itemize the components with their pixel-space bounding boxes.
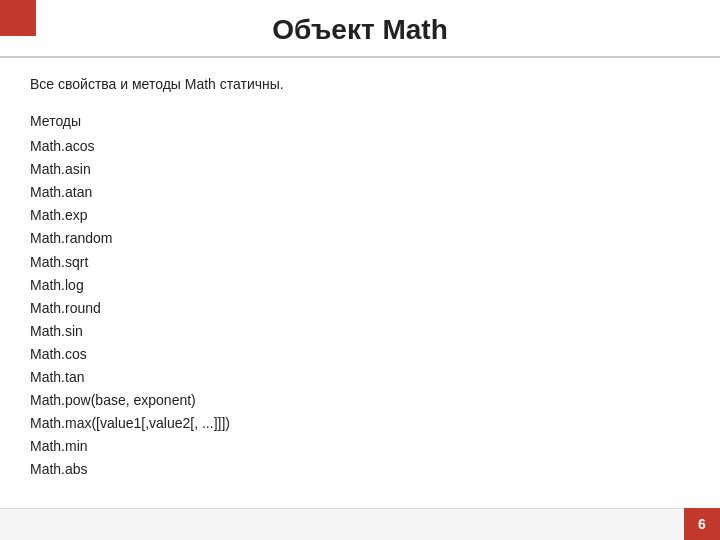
- slide-content: Все свойства и методы Math статичны. Мет…: [0, 58, 720, 540]
- section-header: Методы: [30, 110, 690, 133]
- list-item: Math.acos: [30, 135, 690, 158]
- methods-list: Методы Math.acosMath.asinMath.atanMath.e…: [30, 110, 690, 482]
- list-item: Math.round: [30, 297, 690, 320]
- slide: Объект Math Все свойства и методы Math с…: [0, 0, 720, 540]
- list-item: Math.min: [30, 435, 690, 458]
- list-item: Math.random: [30, 227, 690, 250]
- list-item: Math.max([value1[,value2[, ...]]]): [30, 412, 690, 435]
- list-item: Math.tan: [30, 366, 690, 389]
- list-item: Math.abs: [30, 458, 690, 481]
- bottom-bar: 6: [0, 508, 720, 540]
- list-item: Math.log: [30, 274, 690, 297]
- list-item: Math.sin: [30, 320, 690, 343]
- subtitle-text: Все свойства и методы Math статичны.: [30, 76, 690, 92]
- title-bar: Объект Math: [0, 0, 720, 58]
- list-item: Math.sqrt: [30, 251, 690, 274]
- list-item: Math.asin: [30, 158, 690, 181]
- page-number-box: 6: [684, 508, 720, 540]
- top-accent-decoration: [0, 0, 36, 36]
- page-number: 6: [698, 516, 706, 532]
- list-item: Math.exp: [30, 204, 690, 227]
- list-item: Math.cos: [30, 343, 690, 366]
- slide-title: Объект Math: [20, 14, 700, 46]
- list-item: Math.pow(base, exponent): [30, 389, 690, 412]
- list-item: Math.atan: [30, 181, 690, 204]
